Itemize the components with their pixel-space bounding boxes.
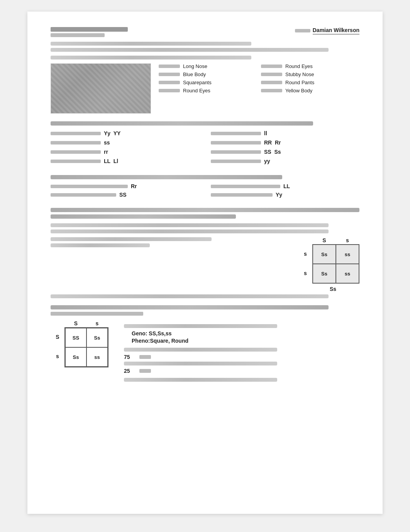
trait-text-7: Round Pants	[285, 80, 314, 85]
punnett-grid: Ss ss Ss ss	[312, 244, 359, 284]
percent-row-1: 75	[124, 354, 359, 360]
section1-header	[51, 56, 359, 59]
trait-blurred-5	[261, 65, 282, 68]
geno-left: Yy YY ss rr LL Ll	[51, 130, 199, 167]
trait-text-1: Long Nose	[183, 63, 207, 69]
percent-above-text2	[124, 362, 359, 365]
trait-text-3: Squarepants	[183, 80, 212, 85]
trait-item-7: Round Pants	[261, 80, 359, 85]
trait-blurred-1	[159, 65, 180, 68]
cross-row-1: Rr	[51, 183, 199, 189]
geno-label-5	[211, 132, 261, 135]
geno-row-2: ss	[51, 139, 199, 146]
geno-label-7	[211, 150, 261, 154]
punnett2-col-S: S	[65, 320, 86, 326]
section1-content: Long Nose Blue Body Squarepants Round Ey…	[51, 63, 359, 114]
cross-right: LL Yy	[211, 183, 359, 200]
trait-text-4: Round Eyes	[183, 88, 210, 93]
footer-line	[124, 378, 277, 382]
geno-val-7: SS Ss	[264, 149, 281, 155]
punnett-cell-Ss: ss	[336, 245, 359, 264]
punnett-row-labels: s s	[298, 244, 312, 284]
geno-label-2	[51, 141, 101, 144]
trait-item-8: Yellow Body	[261, 88, 359, 93]
traits-columns: Long Nose Blue Body Squarepants Round Ey…	[159, 63, 359, 114]
punnett-result: Ss	[330, 286, 336, 292]
geno-val-5: ll	[264, 130, 267, 136]
section4-text1	[51, 223, 329, 227]
trait-col-2: Round Eyes Stubby Nose Round Pants Yello…	[261, 63, 359, 114]
percent-row-2: 25	[124, 368, 359, 374]
trait-blurred-8	[261, 89, 282, 92]
cross-label-1	[51, 185, 128, 188]
trait-text-8: Yellow Body	[285, 88, 312, 93]
geno-label-4	[51, 160, 101, 163]
percent-val-1: 75	[124, 354, 136, 360]
trait-text-6: Stubby Nose	[285, 71, 314, 77]
geno-row-1: Yy YY	[51, 130, 199, 136]
percent-text-1	[124, 348, 277, 352]
header: Damian Wilkerson	[51, 27, 359, 37]
trait-item-4: Round Eyes	[159, 88, 257, 93]
percent-blurred-1	[139, 355, 151, 359]
cross-row-3: LL	[211, 183, 359, 189]
section5-punnett2: S s S s SS Ss Ss ss	[51, 305, 359, 384]
punnett2-cell-ss: ss	[86, 347, 108, 367]
cross-row-4: Yy	[211, 192, 359, 198]
cross-val-4: Yy	[276, 192, 282, 198]
section1-header-text	[51, 56, 251, 59]
section4-sub-header	[51, 214, 236, 219]
punnett-sub	[51, 294, 329, 298]
geno-row-3: rr	[51, 149, 199, 155]
geno-label-1	[51, 132, 101, 135]
punnett-text2	[51, 243, 150, 247]
trait-item-1: Long Nose	[159, 63, 257, 69]
geno-info-block: Geno: SS,Ss,ss Pheno:Square, Round	[132, 330, 359, 344]
percent-blurred-2	[139, 369, 151, 373]
section4-punnett: S s s s Ss ss Ss ss	[51, 208, 359, 298]
punnett-cell-ss: ss	[336, 264, 359, 283]
punnett-body: s s Ss ss Ss ss	[298, 244, 359, 284]
section5-sub	[51, 312, 143, 316]
geno-right: ll RR Rr SS Ss yy	[211, 130, 359, 167]
section1-traits: Long Nose Blue Body Squarepants Round Ey…	[51, 56, 359, 114]
punnett2-cell-Ss: Ss	[86, 328, 108, 347]
trait-text-5: Round Eyes	[285, 63, 313, 69]
student-name: Damian Wilkerson	[313, 27, 359, 34]
section2-header	[51, 121, 313, 126]
pheno-line: Pheno:Square, Round	[132, 338, 359, 344]
trait-text-2: Blue Body	[183, 71, 206, 77]
header-left	[51, 27, 128, 37]
section5-header	[51, 305, 329, 309]
percent-above-text	[124, 348, 359, 352]
trait-blurred-6	[261, 73, 282, 76]
trait-item-3: Squarepants	[159, 80, 257, 85]
punnett-sub-line	[51, 294, 359, 298]
geno-label-6	[211, 141, 261, 144]
section2-genotypes: Yy YY ss rr LL Ll	[51, 121, 359, 167]
geno-val-2: ss	[104, 139, 110, 146]
trait-blurred-3	[159, 81, 180, 84]
cross-label-2	[51, 193, 116, 197]
cross-val-1: Rr	[131, 183, 137, 189]
trait-item-6: Stubby Nose	[261, 71, 359, 77]
geno-label-3	[51, 150, 101, 154]
geno-val-3: rr	[104, 149, 108, 155]
punnett2-body: S s SS Ss Ss ss	[51, 327, 108, 367]
punnett2-row-labels: S s	[51, 327, 64, 367]
punnett-col-headers: S s	[313, 237, 359, 243]
trait-blurred-7	[261, 81, 282, 84]
section4-header	[51, 208, 359, 212]
geno-label-8	[211, 160, 261, 163]
punnett-row-label-s2: s	[298, 263, 312, 283]
punnett-text1	[51, 237, 212, 241]
percent-val-2: 25	[124, 368, 136, 374]
punnett-cell-SS: Ss	[313, 245, 336, 264]
punnett-col-S: S	[313, 237, 336, 243]
geno-val-6: RR Rr	[264, 139, 281, 146]
punnett-square-wrapper: S s s s Ss ss Ss ss	[298, 237, 359, 284]
section3-header	[51, 175, 282, 179]
assignment-sub-bar	[51, 33, 105, 37]
instr-line1	[51, 42, 251, 46]
section4-sub-text	[51, 223, 359, 233]
